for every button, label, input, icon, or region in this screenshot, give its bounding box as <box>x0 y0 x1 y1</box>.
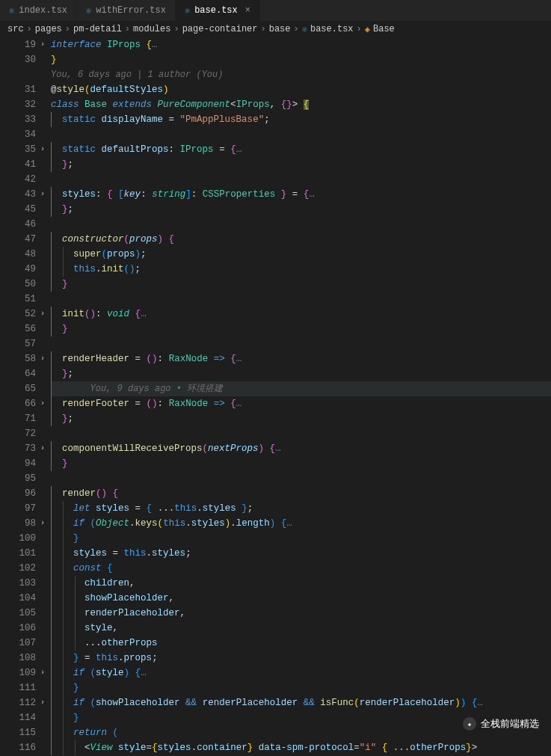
code-line[interactable]: static defaultProps: IProps = {… <box>51 142 551 157</box>
crumb[interactable]: src <box>7 24 24 34</box>
fold-chevron-icon[interactable]: › <box>40 396 45 411</box>
code-line[interactable] <box>51 127 551 142</box>
tab-label: index.tsx <box>19 5 67 16</box>
code-line[interactable] <box>51 292 551 307</box>
crumb-symbol[interactable]: ◈Base <box>365 24 395 35</box>
code-line[interactable]: renderPlaceholder, <box>51 606 551 621</box>
wechat-icon: ✦ <box>463 717 476 731</box>
code-line[interactable]: styles = this.styles; <box>51 546 551 561</box>
editor-tabs: ⚛ index.tsx ⚛ withError.tsx ⚛ base.tsx × <box>0 0 551 21</box>
close-icon[interactable]: × <box>245 5 250 16</box>
line-gutter: 19›303132333435›414243›4546474849505152›… <box>0 37 46 756</box>
code-line[interactable] <box>51 471 551 486</box>
code-line[interactable] <box>51 217 551 232</box>
code-line[interactable]: } <box>51 680 551 695</box>
code-area[interactable]: interface IProps {…}You, 6 days ago | 1 … <box>46 37 551 756</box>
code-line[interactable]: init(): void {… <box>51 307 551 322</box>
code-line[interactable]: renderFooter = (): RaxNode => {… <box>51 396 551 411</box>
code-line[interactable]: } <box>51 322 551 336</box>
code-line[interactable]: You, 9 days ago • 环境搭建 <box>51 381 551 396</box>
crumb[interactable]: base <box>269 24 291 34</box>
code-line[interactable]: if (Object.keys(this.styles).length) {… <box>51 516 551 531</box>
code-line[interactable]: } <box>51 456 551 471</box>
tab-label: withError.tsx <box>96 5 166 16</box>
crumb-file[interactable]: ⚛base.tsx <box>302 24 354 35</box>
fold-chevron-icon[interactable]: › <box>40 37 45 52</box>
chevron-right-icon: › <box>261 24 266 34</box>
code-line[interactable]: showPlaceholder, <box>51 591 551 606</box>
chevron-right-icon: › <box>357 24 362 34</box>
tab-witherror[interactable]: ⚛ withError.tsx <box>77 0 176 21</box>
react-icon: ⚛ <box>185 5 190 16</box>
code-line[interactable]: ...otherProps <box>51 636 551 651</box>
chevron-right-icon: › <box>125 24 130 34</box>
crumb[interactable]: pm-detail <box>73 24 122 34</box>
fold-chevron-icon[interactable]: › <box>40 187 45 202</box>
chevron-right-icon: › <box>65 24 70 34</box>
code-line[interactable]: renderHeader = (): RaxNode => {… <box>51 351 551 366</box>
code-line[interactable]: style, <box>51 621 551 636</box>
code-line[interactable]: interface IProps {… <box>51 37 551 52</box>
code-line[interactable]: this.init(); <box>51 262 551 277</box>
code-line[interactable]: }; <box>51 157 551 172</box>
fold-chevron-icon[interactable]: › <box>40 695 45 710</box>
crumb[interactable]: modules <box>133 24 170 34</box>
code-editor[interactable]: 19›303132333435›414243›4546474849505152›… <box>0 37 551 756</box>
code-line[interactable] <box>51 426 551 441</box>
class-icon: ◈ <box>365 24 370 35</box>
code-line[interactable]: You, 6 days ago | 1 author (You) <box>51 67 551 82</box>
code-line[interactable]: } = this.props; <box>51 651 551 666</box>
code-line[interactable]: } <box>51 52 551 67</box>
chevron-right-icon: › <box>27 24 32 34</box>
code-line[interactable]: render() { <box>51 486 551 501</box>
fold-chevron-icon[interactable]: › <box>40 441 45 456</box>
code-line[interactable]: } <box>51 531 551 546</box>
code-line[interactable]: <View style={styles.container} data-spm-… <box>51 740 551 755</box>
code-line[interactable]: styles: { [key: string]: CSSProperties }… <box>51 187 551 202</box>
fold-chevron-icon[interactable]: › <box>40 666 45 680</box>
crumb[interactable]: pages <box>35 24 62 34</box>
fold-chevron-icon[interactable]: › <box>40 142 45 157</box>
code-line[interactable]: super(props); <box>51 247 551 262</box>
watermark: ✦ 全栈前端精选 <box>463 717 539 731</box>
crumb[interactable]: page-container <box>182 24 258 34</box>
code-line[interactable]: class Base extends PureComponent<IProps,… <box>51 97 551 112</box>
tab-base[interactable]: ⚛ base.tsx × <box>176 0 260 21</box>
code-line[interactable]: @style(defaultStyles) <box>51 82 551 97</box>
react-icon: ⚛ <box>86 5 91 16</box>
breadcrumb[interactable]: src› pages› pm-detail› modules› page-con… <box>0 21 551 37</box>
fold-chevron-icon[interactable]: › <box>40 307 45 322</box>
code-line[interactable]: constructor(props) { <box>51 232 551 247</box>
code-line[interactable]: if (showPlaceholder && renderPlaceholder… <box>51 695 551 710</box>
code-line[interactable]: static displayName = "PmAppPlusBase"; <box>51 112 551 127</box>
fold-chevron-icon[interactable]: › <box>40 351 45 366</box>
code-line[interactable] <box>51 172 551 187</box>
code-line[interactable]: } <box>51 277 551 292</box>
code-line[interactable]: }; <box>51 366 551 381</box>
tab-label: base.tsx <box>194 5 238 16</box>
code-line[interactable] <box>51 336 551 351</box>
code-line[interactable]: if (style) {… <box>51 666 551 680</box>
code-line[interactable]: const { <box>51 561 551 576</box>
code-line[interactable]: let styles = { ...this.styles }; <box>51 501 551 516</box>
code-line[interactable]: }; <box>51 411 551 426</box>
react-icon: ⚛ <box>302 24 307 35</box>
tab-index[interactable]: ⚛ index.tsx <box>0 0 77 21</box>
code-line[interactable]: children, <box>51 576 551 591</box>
chevron-right-icon: › <box>294 24 299 34</box>
chevron-right-icon: › <box>173 24 179 34</box>
react-icon: ⚛ <box>9 5 14 16</box>
fold-chevron-icon[interactable]: › <box>40 516 45 531</box>
code-line[interactable]: }; <box>51 202 551 217</box>
code-line[interactable]: componentWillReceiveProps(nextProps) {… <box>51 441 551 456</box>
